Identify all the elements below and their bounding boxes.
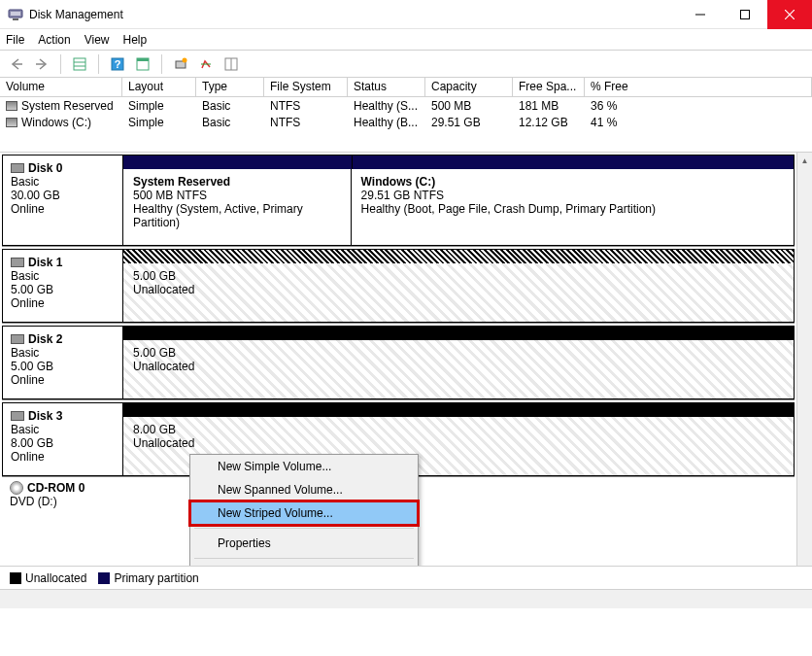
- vol-type: Basic: [196, 97, 264, 114]
- partition-windows-c[interactable]: Windows (C:) 29.51 GB NTFS Healthy (Boot…: [352, 169, 794, 245]
- vol-fs: NTFS: [264, 97, 348, 114]
- vol-capacity: 29.51 GB: [425, 114, 513, 130]
- disk-icon: [11, 258, 24, 267]
- volume-row[interactable]: System Reserved Simple Basic NTFS Health…: [0, 97, 812, 114]
- disk-row-0: Disk 0 Basic 30.00 GB Online System Rese…: [2, 155, 795, 247]
- col-fs[interactable]: File System: [264, 78, 348, 96]
- title-bar: Disk Management: [0, 0, 812, 29]
- help-button[interactable]: ?: [107, 53, 128, 75]
- disk-row-1: Disk 1 Basic 5.00 GB Online 5.00 GB Unal…: [2, 249, 795, 324]
- view-list-button[interactable]: [69, 53, 90, 75]
- volume-grid: System Reserved Simple Basic NTFS Health…: [0, 97, 812, 152]
- disk-label[interactable]: Disk 0 Basic 30.00 GB Online: [2, 155, 122, 246]
- disk-label[interactable]: Disk 2 Basic 5.00 GB Online: [2, 326, 122, 399]
- ctx-separator: [194, 528, 414, 529]
- partition-unallocated[interactable]: 5.00 GB Unallocated: [123, 340, 794, 398]
- vol-status: Healthy (B...: [348, 114, 425, 130]
- vertical-scrollbar[interactable]: ▲: [796, 153, 812, 566]
- svg-rect-13: [137, 58, 149, 61]
- disk-label[interactable]: CD-ROM 0 DVD (D:): [2, 479, 122, 514]
- volume-grid-header: Volume Layout Type File System Status Ca…: [0, 78, 812, 97]
- ctx-new-simple-volume[interactable]: New Simple Volume...: [190, 455, 418, 478]
- maximize-button[interactable]: [723, 0, 767, 29]
- menu-help[interactable]: Help: [123, 33, 148, 47]
- vol-free: 12.12 GB: [513, 114, 585, 130]
- col-volume[interactable]: Volume: [0, 78, 122, 96]
- col-type[interactable]: Type: [196, 78, 264, 96]
- menu-bar: File Action View Help: [0, 29, 812, 51]
- context-menu: New Simple Volume... New Spanned Volume.…: [189, 454, 419, 566]
- partition-unallocated[interactable]: 5.00 GB Unallocated: [123, 263, 794, 322]
- legend-swatch-unallocated: [10, 572, 21, 584]
- disk-icon: [11, 334, 24, 344]
- toolbar: ?: [0, 51, 812, 78]
- disk-icon: [11, 163, 24, 173]
- disk-graphic-area: Disk 0 Basic 30.00 GB Online System Rese…: [0, 152, 812, 566]
- svg-rect-7: [74, 58, 85, 70]
- col-layout[interactable]: Layout: [122, 78, 196, 96]
- volume-icon: [6, 118, 17, 127]
- scroll-up-icon[interactable]: ▲: [797, 153, 812, 168]
- window-title: Disk Management: [29, 8, 678, 21]
- minimize-button[interactable]: [678, 0, 723, 29]
- col-pct[interactable]: % Free: [585, 78, 812, 96]
- status-bar: [0, 589, 812, 608]
- vol-name: Windows (C:): [21, 116, 91, 129]
- volume-icon: [6, 101, 17, 111]
- disk-label[interactable]: Disk 3 Basic 8.00 GB Online: [2, 402, 122, 476]
- svg-text:?: ?: [115, 58, 121, 70]
- ctx-new-striped-volume[interactable]: New Striped Volume...: [190, 501, 418, 525]
- back-button[interactable]: [6, 53, 27, 75]
- svg-rect-2: [13, 18, 18, 20]
- svg-rect-1: [11, 12, 20, 16]
- app-icon: [8, 7, 23, 22]
- action3-button[interactable]: [220, 53, 242, 75]
- disk-icon: [11, 411, 24, 421]
- vol-layout: Simple: [122, 114, 196, 130]
- ctx-separator: [194, 558, 414, 559]
- vol-pct: 36 %: [585, 97, 812, 114]
- menu-action[interactable]: Action: [38, 33, 70, 47]
- view-graphic-button[interactable]: [132, 53, 153, 75]
- forward-button[interactable]: [31, 53, 52, 75]
- vol-free: 181 MB: [513, 97, 585, 114]
- vol-status: Healthy (S...: [348, 97, 425, 114]
- ctx-new-spanned-volume[interactable]: New Spanned Volume...: [190, 478, 418, 501]
- action1-button[interactable]: [170, 53, 191, 75]
- legend-bar: Unallocated Primary partition: [0, 566, 812, 589]
- col-capacity[interactable]: Capacity: [425, 78, 513, 96]
- svg-rect-4: [741, 10, 750, 18]
- close-button[interactable]: [767, 0, 812, 29]
- cdrom-icon: [10, 481, 23, 495]
- vol-name: System Reserved: [21, 99, 114, 113]
- col-status[interactable]: Status: [348, 78, 425, 96]
- ctx-properties[interactable]: Properties: [190, 532, 418, 555]
- legend-swatch-primary: [98, 572, 110, 584]
- vol-fs: NTFS: [264, 114, 348, 130]
- disk-label[interactable]: Disk 1 Basic 5.00 GB Online: [2, 249, 122, 323]
- vol-capacity: 500 MB: [425, 97, 513, 114]
- disk-row-2: Disk 2 Basic 5.00 GB Online 5.00 GB Unal…: [2, 326, 795, 400]
- vol-layout: Simple: [122, 97, 196, 114]
- menu-view[interactable]: View: [85, 33, 110, 47]
- partition-system-reserved[interactable]: System Reserved 500 MB NTFS Healthy (Sys…: [123, 169, 352, 245]
- svg-point-15: [183, 57, 187, 62]
- ctx-help[interactable]: Help: [190, 562, 418, 566]
- action2-button[interactable]: [195, 53, 217, 75]
- col-free[interactable]: Free Spa...: [513, 78, 585, 96]
- vol-pct: 41 %: [585, 114, 812, 130]
- volume-row[interactable]: Windows (C:) Simple Basic NTFS Healthy (…: [0, 114, 812, 130]
- menu-file[interactable]: File: [6, 33, 24, 47]
- vol-type: Basic: [196, 114, 264, 130]
